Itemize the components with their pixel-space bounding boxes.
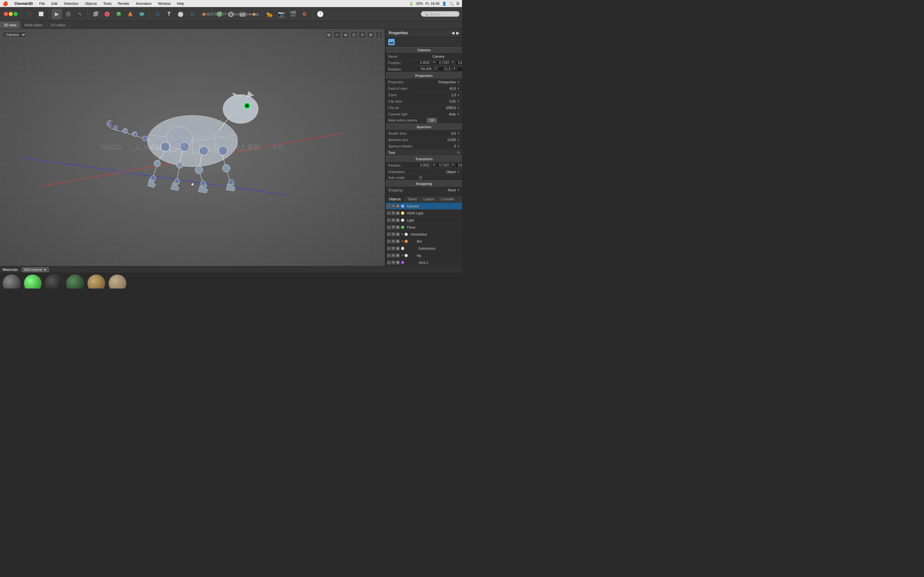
pos-y-stepper[interactable]: ⬍ bbox=[452, 60, 454, 65]
expand-arrow[interactable]: ▼ bbox=[401, 233, 404, 236]
obj-dot-btn[interactable]: • bbox=[387, 226, 391, 229]
obj-eye-btn[interactable]: 👁 bbox=[391, 247, 395, 250]
obj-dot-btn[interactable]: • bbox=[387, 261, 391, 264]
cube-primitive-btn[interactable] bbox=[90, 9, 101, 19]
t-pos-z-input[interactable] bbox=[455, 163, 462, 168]
menu-objects[interactable]: Objects bbox=[83, 2, 98, 5]
menu-selection[interactable]: Selection bbox=[63, 2, 79, 5]
rotate-btn[interactable]: ↺ bbox=[359, 31, 366, 39]
tab-console[interactable]: Console bbox=[438, 196, 457, 202]
cylinder-primitive-btn[interactable] bbox=[113, 9, 124, 19]
prop-nav-right[interactable]: ▶ bbox=[456, 31, 459, 35]
tab-takes[interactable]: Takes bbox=[404, 196, 420, 202]
zoom-btn[interactable]: ⊕ bbox=[342, 31, 349, 39]
menu-tools[interactable]: Tools bbox=[102, 2, 113, 5]
zoom-stepper[interactable]: ⬍ bbox=[457, 93, 460, 97]
render-btn[interactable]: 🎬 bbox=[288, 9, 298, 19]
expand-arrow[interactable]: ▼ bbox=[401, 240, 404, 243]
make-active-btn[interactable]: OK bbox=[427, 118, 437, 123]
mat-item-floor[interactable]: floor bbox=[87, 274, 105, 288]
apple-menu[interactable]: 🍎 bbox=[3, 1, 8, 6]
rot-z-input[interactable] bbox=[457, 67, 462, 71]
t-pos-y-input[interactable] bbox=[436, 163, 451, 168]
mat-item-metal-purpel[interactable]: Metal Purpel bbox=[45, 274, 63, 288]
tab-objects[interactable]: Objects bbox=[386, 196, 404, 202]
menu-window[interactable]: Window bbox=[157, 2, 172, 5]
obj-dot-btn[interactable]: • bbox=[387, 239, 391, 243]
obj-item-bot[interactable]: • 👁 ▣ ▼ Bot bbox=[386, 238, 462, 245]
obj-dot-btn[interactable]: • bbox=[387, 253, 391, 258]
material-btn[interactable]: ⬤ bbox=[176, 9, 186, 19]
minimize-btn[interactable] bbox=[9, 12, 13, 16]
obj-dot-btn[interactable]: • bbox=[387, 247, 391, 250]
obj-render-btn[interactable]: ▣ bbox=[396, 239, 400, 243]
aperture-blades-stepper[interactable]: ⬍ bbox=[457, 145, 460, 148]
transform-tool-btn[interactable] bbox=[63, 9, 73, 19]
obj-eye-btn[interactable]: 👁 bbox=[391, 253, 395, 258]
scale-tool-btn[interactable]: ⤡ bbox=[75, 9, 85, 19]
menu-animation[interactable]: Animation bbox=[135, 2, 153, 5]
display-mode-btn[interactable]: ⬛ bbox=[24, 9, 35, 19]
clip-near-stepper[interactable]: ⬍ bbox=[457, 100, 460, 103]
obj-item-joint.1[interactable]: • 👁 ▣ Joint.1 bbox=[386, 259, 462, 266]
t-pos-x-stepper[interactable]: ⬍ bbox=[433, 163, 435, 168]
menu-edit[interactable]: Edit bbox=[50, 2, 59, 5]
fov-stepper[interactable]: ⬍ bbox=[457, 87, 460, 90]
tab-layers[interactable]: Layers bbox=[420, 196, 438, 202]
mat-item-eyes[interactable]: Eyes bbox=[24, 274, 42, 288]
select-tool-btn[interactable]: ▶ bbox=[52, 9, 62, 19]
obj-render-btn[interactable]: ▣ bbox=[396, 247, 400, 250]
anim-settings-btn[interactable]: ⚙ bbox=[299, 9, 310, 19]
obj-item-cheetahbot[interactable]: • 👁 ▣ ▼ cheetahbot bbox=[386, 231, 462, 238]
display-wire-btn[interactable]: ⬜ bbox=[36, 9, 46, 19]
rot-x-stepper[interactable]: ⬍ bbox=[435, 67, 437, 71]
menu-help[interactable]: Help bbox=[176, 2, 186, 5]
pos-x-input[interactable] bbox=[417, 60, 431, 65]
rot-y-input[interactable] bbox=[438, 67, 452, 71]
add-material-btn[interactable]: Add material ▼ bbox=[22, 268, 49, 272]
fit-btn[interactable]: ⊡ bbox=[351, 31, 357, 39]
obj-item-plane[interactable]: • 👁 ▣ Plane bbox=[386, 224, 462, 231]
orientation-stepper[interactable]: ⬍ bbox=[457, 170, 460, 173]
obj-render-btn[interactable]: ▣ bbox=[396, 211, 400, 215]
camera-select[interactable]: Camera bbox=[3, 31, 26, 38]
obj-eye-btn[interactable]: 👁 bbox=[391, 218, 395, 222]
search-bar[interactable]: 🔍 Search bbox=[421, 11, 459, 17]
obj-dot-btn[interactable]: • bbox=[387, 218, 391, 222]
auto-mode-checkbox[interactable] bbox=[419, 176, 422, 179]
tab-3d-view[interactable]: 3D view bbox=[0, 21, 21, 29]
tab-node-editor[interactable]: Node editor bbox=[21, 21, 47, 29]
obj-render-btn[interactable]: ▣ bbox=[396, 226, 400, 229]
grid-btn[interactable]: ⊞ bbox=[325, 31, 333, 39]
projection-stepper[interactable]: ⬍ bbox=[457, 81, 460, 84]
aperture-size-stepper[interactable]: ⬍ bbox=[457, 138, 460, 141]
obj-eye-btn[interactable]: 👁 bbox=[391, 226, 395, 229]
poly-create-btn[interactable]: ⬡ bbox=[152, 9, 163, 19]
expand-arrow[interactable]: ▼ bbox=[401, 254, 404, 257]
more-btn[interactable]: ⋮ bbox=[375, 31, 383, 39]
t-pos-y-stepper[interactable]: ⬍ bbox=[452, 163, 454, 168]
clip-far-stepper[interactable]: ⬍ bbox=[457, 106, 460, 109]
cheetah-logo-btn[interactable]: 🐆 bbox=[265, 9, 275, 19]
t-pos-x-input[interactable] bbox=[417, 163, 431, 168]
obj-render-btn[interactable]: ▣ bbox=[396, 218, 400, 222]
pos-x-stepper[interactable]: ⬍ bbox=[433, 60, 435, 65]
obj-eye-btn[interactable]: 👁 bbox=[391, 261, 395, 264]
obj-eye-btn[interactable]: 👁 bbox=[391, 232, 395, 236]
pos-z-input[interactable] bbox=[455, 60, 462, 65]
obj-item-light[interactable]: • 👁 ▣ Light bbox=[386, 217, 462, 224]
text-tool-btn[interactable]: T bbox=[164, 9, 174, 19]
obj-dot-btn[interactable]: • bbox=[387, 204, 391, 208]
obj-item-hip[interactable]: • 👁 ▣ ▼ hip bbox=[386, 252, 462, 259]
obj-eye-btn[interactable]: 👁 bbox=[391, 211, 395, 215]
obj-dot-btn[interactable]: • bbox=[387, 211, 391, 215]
shutter-stepper[interactable]: ⬍ bbox=[457, 132, 460, 135]
cone-primitive-btn[interactable] bbox=[125, 9, 136, 19]
obj-render-btn[interactable]: ▣ bbox=[396, 204, 400, 208]
obj-eye-btn[interactable]: 👁 bbox=[391, 204, 395, 208]
obj-render-btn[interactable]: ▣ bbox=[396, 232, 400, 236]
torus-primitive-btn[interactable] bbox=[137, 9, 147, 19]
tab-uv-editor[interactable]: UV editor bbox=[47, 21, 69, 29]
pos-y-input[interactable] bbox=[436, 60, 451, 65]
menu-app[interactable]: Cheetah3D bbox=[13, 2, 34, 5]
